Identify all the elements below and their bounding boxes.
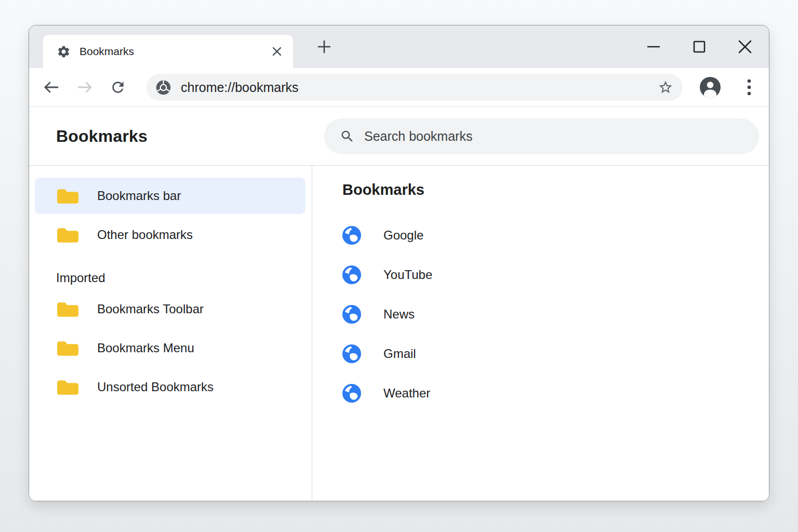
folder-icon	[56, 378, 79, 397]
address-bar[interactable]: chrome://bookmarks	[147, 74, 683, 101]
folder-heading: Bookmarks	[342, 181, 769, 198]
star-icon[interactable]	[658, 79, 673, 95]
navigation-bar: chrome://bookmarks	[29, 68, 769, 107]
bookmark-label: Weather	[383, 386, 430, 401]
bookmarks-page-body: Bookmarks bar Other bookmarks Imported B…	[29, 166, 769, 501]
tab-title: Bookmarks	[79, 45, 271, 58]
bookmarks-list: Google YouTube News	[342, 216, 769, 413]
sidebar-item-unsorted-bookmarks[interactable]: Unsorted Bookmarks	[35, 369, 305, 405]
sidebar-item-label: Bookmarks Menu	[97, 341, 194, 355]
search-input[interactable]	[364, 118, 759, 154]
globe-icon	[342, 344, 361, 363]
gear-icon	[57, 45, 71, 59]
bookmarks-list-panel: Bookmarks Google YouTube	[312, 166, 769, 501]
browser-window: Bookmarks	[29, 25, 769, 501]
url-text: chrome://bookmarks	[181, 80, 649, 95]
forward-icon[interactable]	[73, 75, 97, 99]
sidebar-item-label: Other bookmarks	[97, 228, 193, 242]
globe-icon	[342, 305, 361, 324]
bookmark-label: YouTube	[383, 268, 432, 282]
minimize-icon[interactable]	[645, 38, 662, 55]
folder-icon	[56, 187, 79, 206]
imported-section-label: Imported	[56, 271, 312, 285]
tab-strip: Bookmarks	[29, 25, 769, 68]
globe-icon	[342, 265, 361, 284]
page-title: Bookmarks	[56, 127, 148, 146]
bookmark-item-youtube[interactable]: YouTube	[342, 255, 769, 295]
avatar-icon[interactable]	[700, 77, 721, 98]
sidebar-item-label: Bookmarks Toolbar	[97, 302, 204, 316]
bookmark-item-news[interactable]: News	[342, 295, 769, 334]
folder-icon	[56, 225, 79, 245]
sidebar-item-label: Bookmarks bar	[97, 189, 181, 203]
folders-sidebar: Bookmarks bar Other bookmarks Imported B…	[29, 166, 312, 501]
bookmark-item-weather[interactable]: Weather	[342, 374, 769, 413]
sidebar-item-bookmarks-menu[interactable]: Bookmarks Menu	[35, 330, 305, 366]
chrome-logo-icon	[155, 79, 172, 96]
sidebar-item-bookmarks-bar[interactable]: Bookmarks bar	[35, 178, 305, 214]
bookmark-label: Google	[383, 228, 423, 243]
sidebar-item-bookmarks-toolbar[interactable]: Bookmarks Toolbar	[35, 291, 305, 327]
back-icon[interactable]	[39, 75, 63, 99]
window-controls	[645, 25, 753, 68]
sidebar-item-other-bookmarks[interactable]: Other bookmarks	[35, 217, 305, 253]
search-icon	[340, 129, 355, 144]
globe-icon	[342, 226, 361, 245]
new-tab-icon[interactable]	[309, 25, 340, 68]
folder-icon	[56, 300, 79, 319]
globe-icon	[342, 384, 361, 403]
sidebar-item-label: Unsorted Bookmarks	[97, 380, 214, 394]
bookmark-label: Gmail	[383, 347, 416, 361]
menu-dots-icon[interactable]	[741, 75, 757, 99]
tab-close-icon[interactable]	[271, 46, 283, 57]
bookmark-label: News	[383, 307, 415, 322]
maximize-icon[interactable]	[691, 38, 708, 55]
folder-icon	[56, 339, 79, 358]
bookmarks-page-header: Bookmarks	[29, 107, 769, 166]
bookmark-item-google[interactable]: Google	[342, 216, 769, 255]
search-bar[interactable]	[324, 118, 759, 154]
window-close-icon[interactable]	[737, 38, 753, 55]
bookmark-item-gmail[interactable]: Gmail	[342, 334, 769, 374]
reload-icon[interactable]	[106, 75, 130, 99]
browser-tab-bookmarks[interactable]: Bookmarks	[43, 35, 293, 68]
